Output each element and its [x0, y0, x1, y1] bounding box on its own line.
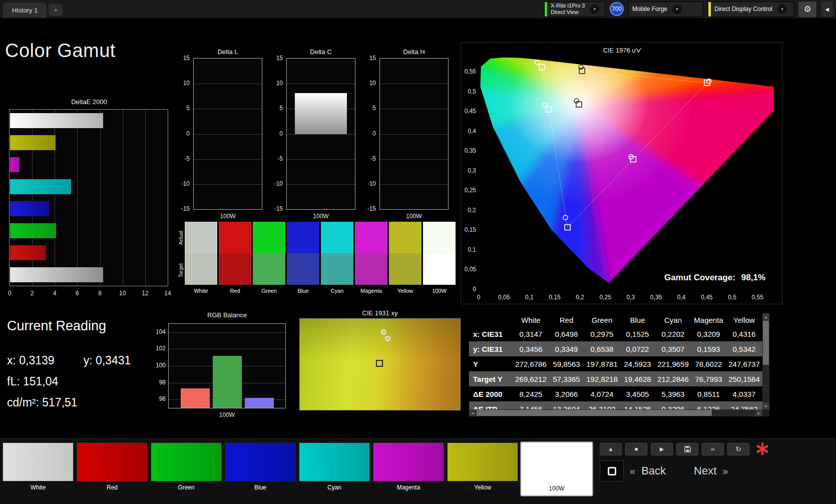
gamut-coverage: Gamut Coverage: 98,1% [664, 273, 765, 283]
deltae-bar-red [10, 245, 46, 260]
current-reading: Current Reading x: 0,3139 y: 0,3431 fL: … [7, 318, 157, 409]
display-control-dropdown[interactable]: Direct Display Control ▼ [708, 2, 794, 17]
patch-swatch [225, 442, 296, 481]
patch-buttons: WhiteRedGreenBlueCyanMagentaYellow100W [2, 441, 593, 496]
pattern-up-button[interactable]: ▲ [600, 443, 622, 455]
actual-swatch [423, 222, 456, 253]
cancel-button[interactable] [753, 441, 772, 457]
axis-tick-label: -5 [177, 155, 190, 162]
patch-button-white[interactable]: White [2, 441, 75, 496]
measured-marker-1 [385, 336, 390, 341]
continuous-measure-button[interactable]: ∞ [702, 443, 724, 455]
patch-label: Yellow [447, 481, 518, 493]
axis-tick-label: 5 [363, 105, 376, 112]
collapse-arrow-icon: ◀ [825, 7, 829, 12]
collapse-panel-button[interactable]: ◀ [821, 2, 833, 17]
table-row: Y272,678659,8563197,878124,5923221,96597… [469, 356, 762, 371]
axis-tick-label: -10 [177, 180, 190, 187]
xy-reading: x: 0,3139 y: 0,3431 [7, 354, 157, 367]
up-arrow-icon: ▲ [608, 446, 614, 452]
axis-tick-label: 12 [142, 290, 148, 297]
back-button[interactable]: Back [641, 464, 666, 477]
top-toolbar: History 1 + X-Rite i1Pro 3 Direct View ▼… [0, 0, 836, 18]
table-cell: 0,3507 [655, 345, 691, 353]
patch-swatch [522, 443, 591, 482]
workflow-dropdown[interactable]: Mobile Forge ▼ [628, 2, 703, 17]
horizontal-scrollbar[interactable]: ◄ ► [469, 409, 762, 416]
scrollbar-thumb[interactable] [763, 321, 769, 365]
swatch-label: Red [219, 285, 251, 297]
transport-row: ▲ ■ ▶ ∞ ↻ [600, 441, 772, 457]
meter-dropdown[interactable]: X-Rite i1Pro 3 Direct View ▼ [544, 2, 605, 17]
gridline [100, 110, 101, 286]
axis-tick-label: 0,25 [462, 187, 476, 194]
tab-history-1[interactable]: History 1 [3, 3, 47, 18]
patch-button-cyan[interactable]: Cyan [298, 441, 371, 496]
axis-tick-label: 0,15 [549, 294, 560, 301]
target-swatch [423, 253, 456, 285]
target-count-badge[interactable]: 700 [610, 2, 624, 16]
patch-button-magenta[interactable]: Magenta [372, 441, 445, 496]
actual-swatch [287, 222, 319, 253]
table-cell: 0,0722 [620, 345, 655, 353]
deltae-bar-green [10, 223, 56, 238]
app-root: History 1 + X-Rite i1Pro 3 Direct View ▼… [0, 0, 836, 504]
save-button[interactable] [676, 443, 698, 455]
settings-gear-button[interactable]: ⚙ [798, 2, 816, 17]
delta-plot: 151050-5-10-15 [193, 58, 262, 210]
table-row: y: CIE310,34560,33490,65380,07220,35070,… [469, 341, 762, 356]
row-label: Y [469, 360, 513, 368]
gridline [380, 159, 448, 160]
vertical-scrollbar[interactable]: ▲ ▼ [762, 313, 769, 409]
next-button[interactable]: Next [694, 464, 716, 477]
deltae-bar-blue [10, 201, 49, 216]
scroll-right-button[interactable]: ► [755, 409, 762, 416]
measurement-table: WhiteRedGreenBlueCyanMagentaYellowx: CIE… [469, 313, 769, 416]
patch-button-red[interactable]: Red [76, 441, 149, 496]
table-cell: 4,0724 [584, 390, 620, 398]
add-tab-button[interactable]: + [49, 4, 63, 16]
back-chevron-button[interactable]: « [629, 465, 636, 477]
patch-label: White [3, 481, 74, 493]
patch-button-blue[interactable]: Blue [224, 441, 297, 496]
scrollbar-thumb[interactable] [477, 410, 712, 416]
double-right-chevron-icon: » [722, 465, 728, 476]
comparator-column-white: White [185, 222, 217, 298]
scroll-down-button[interactable]: ▼ [762, 402, 769, 409]
patch-button-100w[interactable]: 100W [520, 441, 593, 496]
patch-button-green[interactable]: Green [150, 441, 223, 496]
comparator-column-cyan: Cyan [321, 222, 353, 298]
refresh-button[interactable]: ↻ [727, 443, 749, 455]
stop-button[interactable]: ■ [625, 443, 647, 455]
table-cell: 5,3963 [655, 390, 691, 398]
column-header-yellow: Yellow [726, 316, 762, 324]
section-title: Current Reading [7, 318, 157, 334]
x-axis-label: 100W [286, 213, 355, 220]
axis-tick-label: 0,45 [701, 294, 712, 301]
axis-tick-label: 0 [477, 294, 481, 301]
axis-tick-label: 0,05 [462, 266, 476, 273]
scroll-up-button[interactable]: ▲ [762, 313, 769, 320]
rgb-bar-blue [245, 398, 274, 408]
patch-label: Magenta [373, 481, 444, 493]
patch-window-button[interactable] [600, 460, 624, 481]
table-cell: 0,6498 [549, 330, 584, 338]
axis-tick-label: 2 [31, 290, 34, 297]
square-icon [608, 467, 616, 475]
measured-marker-0 [381, 329, 386, 335]
table-cell: 0,3456 [513, 345, 549, 353]
actual-row-label: Actual [177, 222, 185, 254]
comparator-column-yellow: Yellow [389, 222, 422, 298]
chevron-down-icon: ▼ [672, 5, 682, 14]
table-cell: 0,3349 [549, 345, 584, 353]
chart-title: Delta L [193, 48, 262, 56]
axis-tick-label: 15 [363, 55, 376, 62]
table-cell: 8,2425 [513, 390, 549, 398]
meter-status-accent [545, 2, 547, 17]
table-cell: 212,2846 [655, 375, 691, 383]
play-button[interactable]: ▶ [651, 443, 673, 455]
patch-button-yellow[interactable]: Yellow [446, 441, 519, 496]
infinity-icon: ∞ [711, 446, 715, 452]
scroll-left-button[interactable]: ◄ [469, 409, 476, 416]
next-chevron-button[interactable]: » [721, 465, 729, 477]
